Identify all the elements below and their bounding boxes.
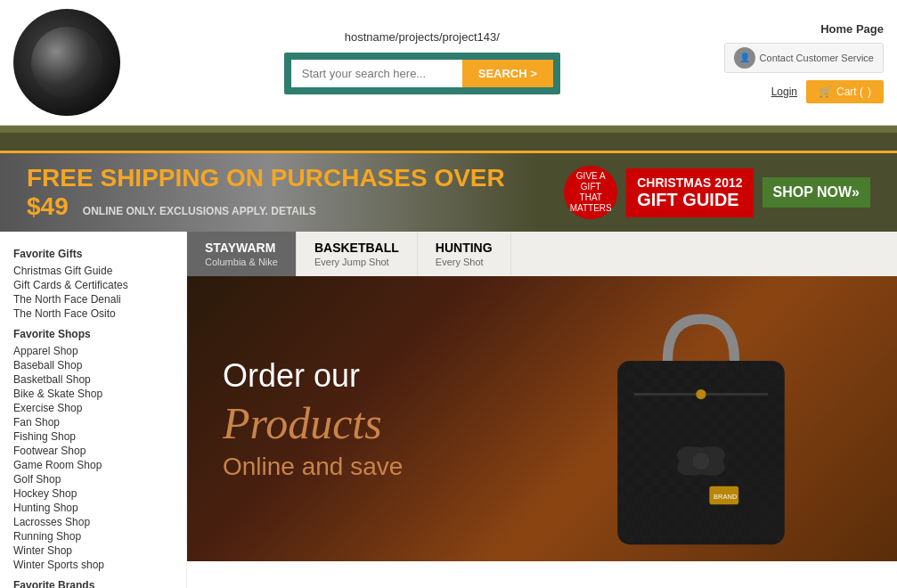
sidebar-item-exercise-shop[interactable]: Exercise Shop [13,401,173,415]
sidebar-section-favorite-shops: Favorite Shops [13,328,173,340]
gift-badge: GIVE A GIFT THAT MATTERS [564,166,617,219]
shop-now-button[interactable]: SHOP NOW» [762,177,871,208]
contact-label: Contact Customer Service [760,53,874,63]
tab-staywarm-sub: Columbia & Nike [205,257,278,267]
banner-amount: $49 [27,192,69,220]
hero-text: Order our Products Online and save [223,357,403,481]
search-input[interactable] [291,60,462,87]
tabs-bar: STAYWARM Columbia & Nike BASKETBALL Ever… [187,232,897,276]
gift-guide-label: GIFT GUIDE [637,190,738,210]
sidebar-item-baseball-shop[interactable]: Baseball Shop [13,358,173,372]
sidebar: Favorite Gifts Christmas Gift Guide Gift… [0,232,187,588]
cart-icon: 🛒 [819,86,832,98]
tab-basketball-title: BASKETBALL [314,241,399,255]
tab-hunting-sub: Every Shot [436,257,493,267]
gift-line3: MATTERS [570,203,612,214]
sidebar-item-running-shop[interactable]: Running Shop [13,529,173,543]
banner-details: ONLINE ONLY. EXCLUSIONS APPLY. DETAILS [83,205,316,217]
sidebar-item-winter-sports-shop[interactable]: Winter Sports shop [13,558,173,572]
sidebar-item-fan-shop[interactable]: Fan Shop [13,415,173,429]
header-right: Home Page 👤 Contact Customer Service Log… [724,22,884,103]
promo-banner: FREE SHIPPING ON PURCHASES OVER $49 ONLI… [0,151,897,232]
hero-line2: Products [223,399,403,448]
sidebar-item-golf-shop[interactable]: Golf Shop [13,472,173,486]
login-link[interactable]: Login [771,86,797,98]
cart-label: Cart ( [836,86,863,98]
hero-bag-image: BRAND [576,294,826,561]
sidebar-section-favorite-gifts: Favorite Gifts [13,248,173,260]
tab-staywarm-title: STAYWARM [205,241,278,255]
main-content: Favorite Gifts Christmas Gift Guide Gift… [0,232,897,588]
sidebar-item-bike-skate-shop[interactable]: Bike & Skate Shop [13,387,173,401]
cart-button[interactable]: 🛒 Cart ( ) [806,80,884,103]
svg-point-4 [693,453,710,470]
gift-line1: GIVE A [576,171,606,182]
banner-right: GIVE A GIFT THAT MATTERS CHRISTMAS 2012 … [564,166,870,219]
sidebar-item-hockey-shop[interactable]: Hockey Shop [13,486,173,501]
sidebar-item-gift-cards[interactable]: Gift Cards & Certificates [13,278,173,292]
login-cart: Login 🛒 Cart ( ) [771,80,884,103]
sidebar-section-favorite-brands: Favorite Brands [13,579,173,588]
sidebar-item-apparel-shop[interactable]: Apparel Shop [13,344,173,358]
nav-bar-top [0,126,897,133]
hero-line1: Order our [223,357,403,395]
tab-basketball[interactable]: BASKETBALL Every Jump Shot [297,232,418,276]
search-inner [291,60,462,87]
tab-hunting-title: HUNTING [436,241,493,255]
tab-staywarm[interactable]: STAYWARM Columbia & Nike [187,232,297,276]
hero-line3: Online and save [223,453,403,481]
sidebar-item-hunting-shop[interactable]: Hunting Shop [13,501,173,515]
search-wrapper: SEARCH > [284,53,560,94]
header-center: hostname/projects/project143/ SEARCH > [120,30,724,94]
svg-point-8 [696,389,705,399]
logo [13,9,120,116]
sidebar-item-north-face-osito[interactable]: The North Face Osito [13,306,173,321]
christmas-box: CHRISTMAS 2012 GIFT GUIDE [626,168,753,217]
christmas-title: CHRISTMAS 2012 [637,176,742,190]
sidebar-item-game-room-shop[interactable]: Game Room Shop [13,458,173,472]
sidebar-item-fishing-shop[interactable]: Fishing Shop [13,429,173,444]
sidebar-item-north-face-denali[interactable]: The North Face Denali [13,292,173,306]
sidebar-item-christmas-gift-guide[interactable]: Christmas Gift Guide [13,264,173,278]
gift-line2: GIFT THAT [573,182,608,203]
tab-basketball-sub: Every Jump Shot [314,257,399,267]
nav-bar-bottom [0,133,897,151]
sidebar-item-basketball-shop[interactable]: Basketball Shop [13,372,173,387]
content-area: STAYWARM Columbia & Nike BASKETBALL Ever… [187,232,897,588]
sidebar-item-footwear-shop[interactable]: Footwear Shop [13,444,173,458]
url-bar: hostname/projects/project143/ [345,30,500,44]
sidebar-item-lacrosses-shop[interactable]: Lacrosses Shop [13,515,173,529]
search-button[interactable]: SEARCH > [462,60,553,87]
home-page-link[interactable]: Home Page [820,22,884,36]
avatar-icon: 👤 [734,47,755,69]
header: hostname/projects/project143/ SEARCH > H… [0,0,897,126]
contact-bar: 👤 Contact Customer Service [724,43,884,73]
svg-text:BRAND: BRAND [714,493,738,501]
hero-banner: Order our Products Online and save [187,276,897,561]
logo-image [31,27,102,98]
banner-text: FREE SHIPPING ON PURCHASES OVER $49 ONLI… [27,164,546,221]
sidebar-item-winter-shop[interactable]: Winter Shop [13,543,173,558]
tab-hunting[interactable]: HUNTING Every Shot [418,232,511,276]
